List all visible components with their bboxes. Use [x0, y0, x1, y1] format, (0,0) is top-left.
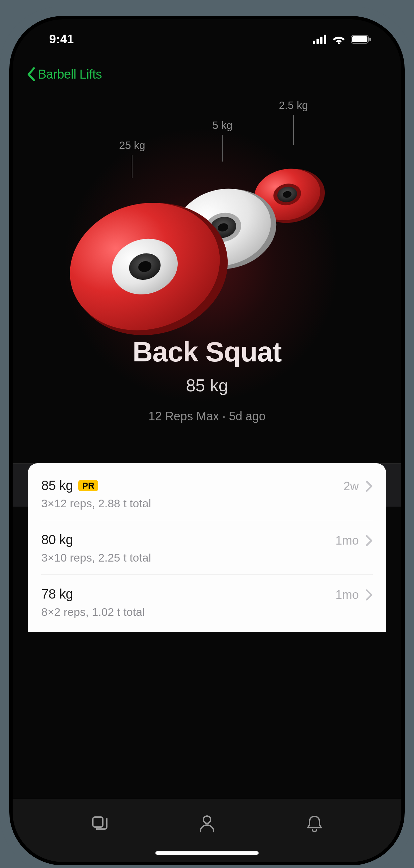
tab-workouts[interactable]	[79, 810, 119, 837]
svg-rect-0	[313, 41, 315, 44]
stack-icon	[90, 814, 109, 833]
plate-illustration: 2.5 kg 5 kg 25 kg	[33, 96, 381, 322]
cellular-icon	[313, 35, 327, 44]
hero-section: 2.5 kg 5 kg 25 kg	[13, 89, 401, 463]
chevron-right-icon	[366, 480, 373, 492]
tab-notifications[interactable]	[295, 810, 335, 837]
status-time: 9:41	[49, 32, 74, 46]
status-bar: 9:41	[13, 19, 401, 59]
svg-rect-23	[93, 817, 103, 827]
device-bezel: 9:41 Barbell Lifts	[9, 16, 405, 865]
svg-rect-1	[316, 39, 319, 44]
history-row-content: 80 kg 3×10 reps, 2.25 t total	[41, 532, 327, 564]
chevron-right-icon	[366, 535, 373, 547]
svg-rect-3	[324, 35, 326, 44]
chevron-right-icon	[366, 589, 373, 601]
battery-icon	[351, 35, 371, 44]
history-row[interactable]: 78 kg 8×2 reps, 1.02 t total 1mo	[41, 575, 373, 619]
exercise-weight: 85 kg	[33, 375, 381, 395]
pr-badge: PR	[78, 480, 98, 491]
history-row[interactable]: 80 kg 3×10 reps, 2.25 t total 1mo	[41, 520, 373, 575]
history-detail: 8×2 reps, 1.02 t total	[41, 606, 327, 619]
svg-point-4	[338, 42, 340, 44]
home-indicator[interactable]	[156, 851, 258, 855]
svg-rect-7	[370, 38, 371, 41]
history-card: 85 kg PR 3×12 reps, 2.88 t total 2w 80 k…	[28, 463, 386, 632]
status-icons	[313, 35, 371, 44]
history-time: 1mo	[336, 588, 359, 602]
chevron-left-icon	[26, 67, 36, 82]
history-row-content: 85 kg PR 3×12 reps, 2.88 t total	[41, 478, 336, 510]
history-weight: 78 kg	[41, 587, 73, 601]
history-weight: 80 kg	[41, 532, 73, 547]
screen: 9:41 Barbell Lifts	[13, 19, 401, 862]
wifi-icon	[332, 35, 345, 44]
person-icon	[198, 814, 216, 833]
history-time: 2w	[343, 479, 359, 493]
svg-rect-2	[320, 37, 322, 44]
history-detail: 3×12 reps, 2.88 t total	[41, 497, 336, 510]
nav-bar: Barbell Lifts	[13, 59, 401, 89]
svg-point-24	[203, 816, 211, 824]
device-frame: 9:41 Barbell Lifts	[0, 7, 414, 868]
back-button[interactable]: Barbell Lifts	[26, 67, 102, 82]
bell-icon	[306, 814, 323, 833]
weight-plates-icon	[57, 129, 357, 342]
history-row-content: 78 kg 8×2 reps, 1.02 t total	[41, 587, 327, 619]
svg-rect-6	[352, 36, 368, 42]
exercise-subtitle: 12 Reps Max · 5d ago	[33, 409, 381, 423]
history-row[interactable]: 85 kg PR 3×12 reps, 2.88 t total 2w	[41, 466, 373, 520]
history-detail: 3×10 reps, 2.25 t total	[41, 551, 327, 564]
tab-profile[interactable]	[187, 810, 227, 837]
history-time: 1mo	[336, 534, 359, 548]
history-weight: 85 kg	[41, 478, 73, 493]
plate-label-text: 2.5 kg	[279, 99, 308, 111]
back-label: Barbell Lifts	[38, 67, 102, 82]
